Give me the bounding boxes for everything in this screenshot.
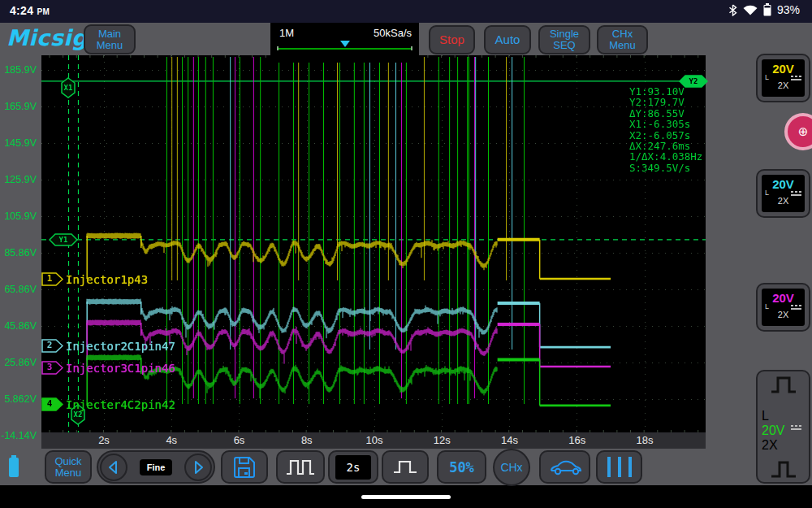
pulse-train-icon — [286, 458, 315, 476]
fine-mode-badge[interactable]: Fine — [140, 459, 173, 475]
pulse-icon[interactable] — [762, 459, 805, 479]
sample-rate: 50kSa/s — [374, 27, 412, 39]
channel-1-label[interactable]: 1 Injector1p43 — [41, 272, 148, 286]
single-seq-button[interactable]: Single SEQ — [538, 25, 590, 54]
dc-coupling-icon — [791, 305, 801, 311]
voltage-tick-label: 185.9V — [4, 64, 38, 76]
status-bar: 4:24 PM 93% — [0, 0, 812, 23]
measurement-line: Y2:179.7V — [629, 97, 702, 107]
voltage-axis: 185.9V165.9V145.9V125.9V105.9V85.86V65.8… — [0, 64, 38, 441]
quick-menu-button[interactable]: Quick Menu — [45, 450, 92, 484]
scope-canvas[interactable] — [41, 55, 706, 432]
voltage-tick-label: 25.86V — [4, 357, 38, 368]
channel-3-label[interactable]: 3 Injector3C1pin46 — [41, 361, 175, 375]
voltage-tick-label: 145.9V — [4, 137, 38, 149]
measurement-line: S:349.5V/s — [629, 163, 702, 173]
time-tick-label: 2s — [84, 434, 124, 447]
right-arrow-button[interactable] — [184, 454, 212, 481]
battery-percentage: 93% — [777, 3, 800, 16]
single-pulse-icon — [393, 459, 417, 475]
save-button[interactable] — [221, 450, 268, 484]
time-tick-label: 8s — [287, 434, 327, 447]
crosshair-plus-icon: ⊕ — [798, 124, 809, 139]
trigger-position-marker[interactable] — [340, 41, 350, 47]
voltage-tick-label: 105.9V — [4, 211, 38, 222]
time-tick-label: 10s — [354, 434, 395, 447]
car-icon — [548, 457, 582, 478]
pulse-icon[interactable] — [762, 375, 805, 394]
voltage-tick-label: 125.9V — [4, 174, 38, 185]
time-tick-label: 4s — [151, 434, 192, 447]
single-pulse-button[interactable] — [382, 450, 429, 484]
time-tick-label: 18s — [624, 434, 665, 447]
voltage-tick-label: 85.86V — [4, 247, 38, 258]
clock-ampm: PM — [37, 7, 50, 16]
main-menu-button[interactable]: Main Menu — [84, 24, 136, 54]
channel-2-label[interactable]: 2 Injector2C1pin47 — [41, 339, 175, 353]
channel-bars-button[interactable] — [596, 450, 642, 484]
time-tick-label: 16s — [557, 434, 598, 447]
cursor-x1-handle[interactable]: X1 — [60, 77, 76, 98]
voltage-tick-label: 45.86V — [4, 320, 38, 332]
ch1-scale-button[interactable]: L20V2X — [756, 54, 810, 102]
wifi-icon — [743, 4, 758, 15]
ch4-scale-button[interactable]: L20V2X — [756, 370, 810, 484]
automotive-button[interactable] — [539, 450, 590, 484]
stop-button[interactable]: Stop — [429, 25, 475, 54]
timebase-value: 2s — [335, 455, 372, 480]
channel-4-tag[interactable]: 4 — [41, 397, 63, 411]
bar-icon — [607, 457, 611, 477]
voltage-tick-label: -14.14V — [1, 430, 38, 441]
trigger-50pct-button[interactable]: 50% — [437, 450, 486, 484]
time-tick-label: 14s — [490, 434, 530, 447]
bar-icon — [628, 457, 632, 477]
cursor-y1-handle[interactable]: Y1 — [49, 233, 78, 246]
usb-battery-indicator — [8, 455, 19, 478]
voltage-tick-label: 165.9V — [4, 101, 38, 112]
left-arrow-button[interactable] — [100, 454, 127, 481]
chx-menu-button[interactable]: CHx Menu — [597, 25, 648, 54]
bar-icon — [618, 457, 621, 477]
time-axis: 2s4s6s8s10s12s14s16s18s — [41, 432, 706, 449]
cursor-y2-handle[interactable]: Y2 — [679, 75, 708, 88]
measurement-line: 1/ΔX:4.038Hz — [629, 151, 702, 162]
pulse-train-button[interactable] — [276, 450, 325, 484]
voltage-tick-label: 5.862V — [4, 393, 38, 405]
position-adjust-group: Fine — [97, 450, 215, 484]
bluetooth-icon — [728, 4, 737, 16]
auto-button[interactable]: Auto — [484, 25, 531, 54]
dc-coupling-icon — [791, 76, 801, 82]
home-indicator[interactable] — [361, 495, 451, 499]
channel-4-label[interactable]: 4 Injecter4C2pin42 — [41, 397, 175, 411]
measurement-line: ΔX:247.6ms — [629, 141, 702, 151]
measurement-line: ΔY:86.55V — [629, 108, 702, 119]
cursor-measurements: Y1:93.10VY2:179.7VΔY:86.55VX1:-6.305sX2:… — [629, 86, 702, 173]
dc-coupling-icon — [791, 425, 801, 432]
measurement-line: X2:-6.057s — [629, 130, 702, 141]
timebase-button[interactable]: 2s — [328, 450, 378, 484]
dc-coupling-icon — [791, 191, 801, 198]
oscilloscope-screen: 4:24 PM 93% Micsig Main Menu 1M 50kSa/s … — [0, 0, 812, 508]
sample-rate-panel: 1M 50kSa/s — [270, 23, 419, 63]
measurement-line: X1:-6.305s — [629, 119, 702, 129]
clock: 4:24 PM — [10, 4, 50, 17]
chx-quick-button[interactable]: CHx — [493, 449, 530, 486]
channel-1-tag[interactable]: 1 — [41, 272, 63, 286]
ch3-scale-button[interactable]: L20V2X — [756, 283, 810, 332]
time-tick-label: 6s — [219, 434, 260, 447]
time-tick-label: 12s — [421, 434, 462, 447]
ch2-scale-button[interactable]: L20V2X — [756, 169, 810, 218]
brand-logo: Micsig — [6, 25, 88, 50]
floppy-save-icon — [232, 455, 257, 480]
channel-3-tag[interactable]: 3 — [41, 361, 63, 375]
battery-icon — [763, 3, 771, 16]
memory-depth: 1M — [279, 27, 294, 39]
voltage-tick-label: 65.86V — [4, 284, 38, 295]
channel-2-tag[interactable]: 2 — [41, 339, 63, 353]
